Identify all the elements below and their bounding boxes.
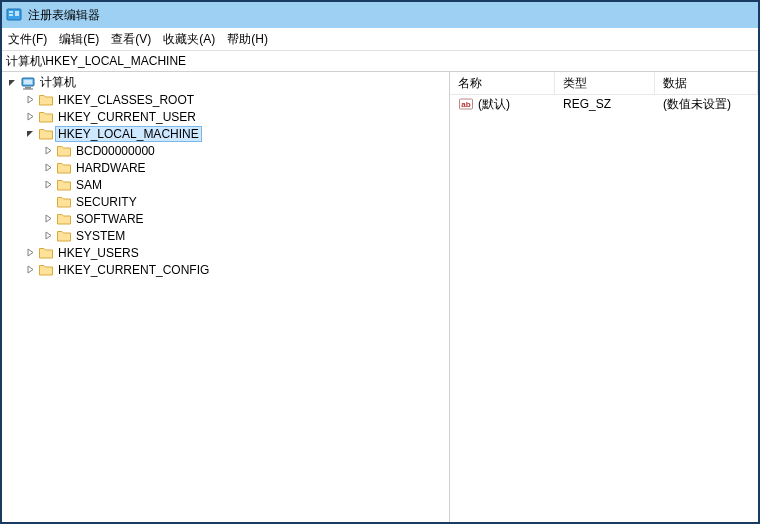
registry-editor-window: 注册表编辑器 文件(F) 编辑(E) 查看(V) 收藏夹(A) 帮助(H) 计算… xyxy=(0,0,760,524)
tree-item[interactable]: 计算机 xyxy=(2,74,449,91)
svg-text:ab: ab xyxy=(461,100,470,109)
tree-item[interactable]: HARDWARE xyxy=(2,159,449,176)
svg-rect-2 xyxy=(9,14,13,16)
string-value-icon: ab xyxy=(458,96,474,112)
folder-icon xyxy=(38,262,54,278)
folder-icon xyxy=(56,228,72,244)
tree-item[interactable]: SAM xyxy=(2,176,449,193)
titlebar[interactable]: 注册表编辑器 xyxy=(2,2,758,28)
tree-item[interactable]: HKEY_CLASSES_ROOT xyxy=(2,91,449,108)
value-type: REG_SZ xyxy=(555,97,655,111)
tree-item-label: SOFTWARE xyxy=(76,212,144,226)
tree-item[interactable]: BCD00000000 xyxy=(2,142,449,159)
chevron-right-icon[interactable] xyxy=(42,213,54,225)
menu-view[interactable]: 查看(V) xyxy=(111,31,151,48)
folder-icon xyxy=(38,92,54,108)
menu-favorites[interactable]: 收藏夹(A) xyxy=(163,31,215,48)
value-row[interactable]: ab(默认)REG_SZ(数值未设置) xyxy=(450,95,758,113)
tree-item-label: HKEY_CURRENT_CONFIG xyxy=(58,263,209,277)
address-path: 计算机\HKEY_LOCAL_MACHINE xyxy=(6,53,186,70)
tree-item-label: HKEY_USERS xyxy=(58,246,139,260)
chevron-down-icon[interactable] xyxy=(24,128,36,140)
folder-icon xyxy=(56,143,72,159)
tree-item[interactable]: HKEY_USERS xyxy=(2,244,449,261)
chevron-right-icon[interactable] xyxy=(42,179,54,191)
address-bar[interactable]: 计算机\HKEY_LOCAL_MACHINE xyxy=(2,51,758,72)
svg-rect-3 xyxy=(15,11,19,16)
folder-icon xyxy=(56,211,72,227)
svg-rect-6 xyxy=(25,87,31,89)
col-header-data[interactable]: 数据 xyxy=(655,72,758,94)
chevron-right-icon[interactable] xyxy=(24,264,36,276)
menu-edit[interactable]: 编辑(E) xyxy=(59,31,99,48)
tree-item[interactable]: HKEY_CURRENT_CONFIG xyxy=(2,261,449,278)
content-area: 计算机HKEY_CLASSES_ROOTHKEY_CURRENT_USERHKE… xyxy=(2,72,758,522)
col-header-name[interactable]: 名称 xyxy=(450,72,555,94)
chevron-right-icon[interactable] xyxy=(42,230,54,242)
chevron-right-icon[interactable] xyxy=(24,94,36,106)
chevron-right-icon[interactable] xyxy=(24,111,36,123)
tree-item-label: SYSTEM xyxy=(76,229,125,243)
value-data: (数值未设置) xyxy=(655,96,758,113)
tree-item-label: HKEY_CLASSES_ROOT xyxy=(58,93,194,107)
svg-rect-7 xyxy=(23,88,33,89)
values-pane[interactable]: 名称 类型 数据 ab(默认)REG_SZ(数值未设置) xyxy=(450,72,758,522)
svg-rect-1 xyxy=(9,11,13,13)
folder-icon xyxy=(38,126,54,142)
folder-icon xyxy=(56,160,72,176)
folder-icon xyxy=(38,109,54,125)
regedit-app-icon xyxy=(6,7,22,23)
tree-item[interactable]: SOFTWARE xyxy=(2,210,449,227)
tree-item[interactable]: SECURITY xyxy=(2,193,449,210)
tree-item-label: BCD00000000 xyxy=(76,144,155,158)
folder-icon xyxy=(56,194,72,210)
tree-item-label: SECURITY xyxy=(76,195,137,209)
tree-item-label: HKEY_CURRENT_USER xyxy=(58,110,196,124)
chevron-right-icon[interactable] xyxy=(42,145,54,157)
menubar: 文件(F) 编辑(E) 查看(V) 收藏夹(A) 帮助(H) xyxy=(2,28,758,51)
tree-item[interactable]: HKEY_LOCAL_MACHINE xyxy=(2,125,449,142)
tree-item-label: 计算机 xyxy=(40,74,76,91)
folder-icon xyxy=(38,245,54,261)
values-body: ab(默认)REG_SZ(数值未设置) xyxy=(450,95,758,113)
values-header: 名称 类型 数据 xyxy=(450,72,758,95)
computer-icon xyxy=(20,75,36,91)
tree-item-label: HARDWARE xyxy=(76,161,146,175)
tree-pane[interactable]: 计算机HKEY_CLASSES_ROOTHKEY_CURRENT_USERHKE… xyxy=(2,72,450,522)
menu-help[interactable]: 帮助(H) xyxy=(227,31,268,48)
svg-rect-5 xyxy=(24,79,33,84)
chevron-down-icon[interactable] xyxy=(6,77,18,89)
chevron-right-icon[interactable] xyxy=(24,247,36,259)
tree-item[interactable]: HKEY_CURRENT_USER xyxy=(2,108,449,125)
window-title: 注册表编辑器 xyxy=(28,7,100,24)
chevron-right-icon[interactable] xyxy=(42,162,54,174)
col-header-type[interactable]: 类型 xyxy=(555,72,655,94)
tree-item-label: HKEY_LOCAL_MACHINE xyxy=(55,126,202,142)
tree-item[interactable]: SYSTEM xyxy=(2,227,449,244)
value-name: (默认) xyxy=(478,96,510,113)
menu-file[interactable]: 文件(F) xyxy=(8,31,47,48)
tree-item-label: SAM xyxy=(76,178,102,192)
folder-icon xyxy=(56,177,72,193)
